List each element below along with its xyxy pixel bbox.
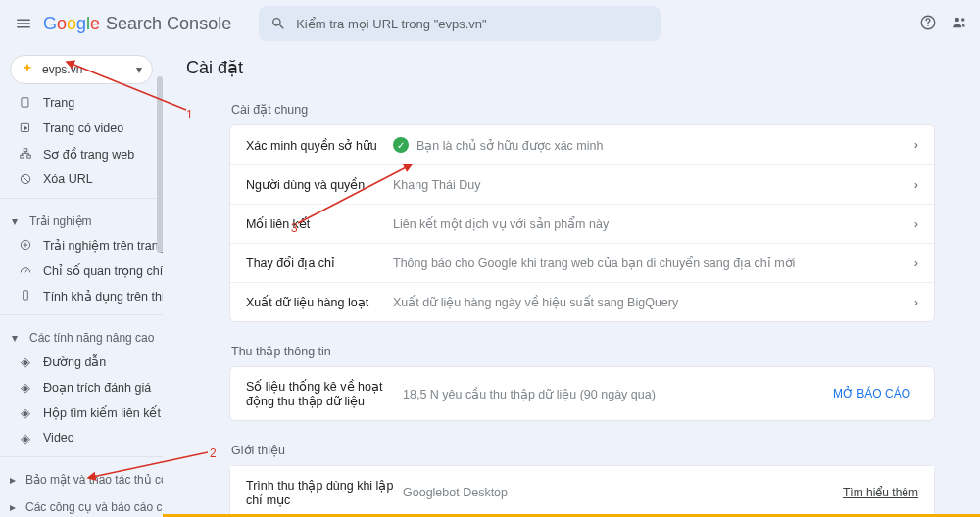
speed-icon (18, 262, 33, 278)
svg-rect-7 (21, 155, 24, 158)
main-content: Cài đặt Cài đặt chung Xác minh quyền sở … (163, 47, 980, 517)
nav-mobile-usability[interactable]: Tính khả dụng trên thiế... (0, 283, 163, 308)
row-change-address[interactable]: Thay đổi địa chỉ Thông báo cho Google kh… (230, 244, 934, 283)
chevron-right-icon: › (914, 257, 918, 270)
section-general-label: Cài đặt chung (190, 102, 953, 117)
compass-icon (21, 62, 34, 78)
search-icon (270, 16, 286, 31)
video-icon: ◈ (18, 430, 33, 446)
chevron-right-icon: › (914, 138, 918, 152)
svg-rect-4 (22, 98, 28, 107)
card-crawl: Số liệu thống kê về hoạt động thu thập d… (229, 366, 935, 421)
chevron-down-icon: ▾ (10, 214, 20, 228)
chevron-down-icon: ▾ (136, 63, 142, 76)
nav-core-web-vitals[interactable]: Chỉ số quan trọng chính... (0, 258, 163, 283)
nav-list: Trang Trang có video Sơ đồ trang web Xóa… (0, 90, 163, 517)
hamburger-menu-icon[interactable] (12, 12, 35, 35)
svg-rect-6 (24, 149, 27, 152)
svg-rect-8 (27, 155, 31, 158)
header-actions (919, 14, 968, 34)
breadcrumb-icon: ◈ (18, 353, 33, 369)
section-intro-label: Giới thiệu (190, 443, 953, 457)
nav-section-enhancements[interactable]: ▾Các tính năng nâng cao (0, 321, 163, 349)
property-name: evps.vn (42, 63, 82, 76)
sidebar: evps.vn ▾ Trang Trang có video Sơ đồ tra… (0, 47, 163, 517)
chevron-right-icon: › (914, 296, 918, 309)
nav-section-legacy[interactable]: ▸Các công cụ và báo cáo cũ (0, 491, 163, 517)
video-page-icon (18, 120, 33, 136)
svg-point-3 (961, 18, 964, 21)
nav-section-security[interactable]: ▸Bảo mật và thao tác thủ công (0, 463, 163, 491)
url-inspect-search[interactable]: Kiểm tra mọi URL trong "evps.vn" (259, 6, 661, 41)
page-icon (18, 95, 33, 111)
chevron-right-icon: ▸ (10, 500, 16, 514)
product-logo: Google Search Console (43, 14, 231, 34)
row-bulk-export[interactable]: Xuất dữ liệu hàng loạt Xuất dữ liệu hàng… (230, 283, 934, 321)
review-icon: ◈ (18, 379, 33, 395)
nav-page-experience[interactable]: Trải nghiệm trên trang (0, 232, 163, 258)
nav-removals[interactable]: Xóa URL (0, 166, 163, 192)
row-ownership-verification[interactable]: Xác minh quyền sở hữu ✓Bạn là chủ sở hữu… (230, 125, 934, 165)
nav-videos[interactable]: ◈Video (0, 425, 163, 450)
nav-breadcrumbs[interactable]: ◈Đường dẫn (0, 349, 163, 374)
chevron-right-icon: › (914, 217, 918, 231)
help-icon[interactable] (919, 14, 937, 34)
plus-circle-icon (18, 237, 33, 253)
row-crawl-stats[interactable]: Số liệu thống kê về hoạt động thu thập d… (230, 367, 934, 420)
people-icon[interactable] (951, 14, 968, 34)
section-crawl-label: Thu thập thông tin (190, 344, 953, 358)
check-circle-icon: ✓ (393, 137, 409, 153)
property-selector[interactable]: evps.vn ▾ (10, 55, 153, 84)
chevron-right-icon: › (914, 178, 918, 192)
nav-section-experience[interactable]: ▾Trải nghiệm (0, 205, 163, 232)
svg-point-1 (927, 24, 928, 25)
chevron-right-icon: ▸ (10, 473, 16, 487)
row-associations[interactable]: Mối liên kết Liên kết một dịch vụ với sả… (230, 205, 934, 244)
search-placeholder: Kiểm tra mọi URL trong "evps.vn" (296, 17, 487, 31)
row-users-permissions[interactable]: Người dùng và quyền Khang Thái Duy › (230, 165, 934, 205)
page-title: Cài đặt (186, 57, 953, 78)
nav-sitelinks-searchbox[interactable]: ◈Hộp tìm kiếm liên kết tr... (0, 400, 163, 425)
svg-point-2 (956, 17, 960, 22)
learn-more-link[interactable]: Tìm hiểu thêm (843, 486, 918, 499)
sitelinks-icon: ◈ (18, 404, 33, 420)
svg-rect-11 (24, 291, 28, 300)
open-report-button[interactable]: MỞ BÁO CÁO (825, 381, 918, 406)
mobile-icon (18, 288, 33, 304)
nav-pages[interactable]: Trang (0, 90, 163, 116)
block-icon (18, 171, 33, 187)
nav-video-pages[interactable]: Trang có video (0, 116, 163, 141)
top-bar: Google Search Console Kiểm tra mọi URL t… (0, 0, 980, 47)
sitemap-icon (18, 146, 33, 162)
nav-review-snippets[interactable]: ◈Đoạn trích đánh giá (0, 374, 163, 400)
chevron-down-icon: ▾ (10, 331, 20, 345)
product-name: Search Console (106, 14, 231, 34)
nav-sitemaps[interactable]: Sơ đồ trang web (0, 141, 163, 166)
card-intro: Trình thu thập dùng khi lập chỉ mục Goog… (229, 465, 935, 517)
row-indexing-crawler: Trình thu thập dùng khi lập chỉ mục Goog… (230, 466, 934, 517)
card-general: Xác minh quyền sở hữu ✓Bạn là chủ sở hữu… (229, 124, 935, 322)
